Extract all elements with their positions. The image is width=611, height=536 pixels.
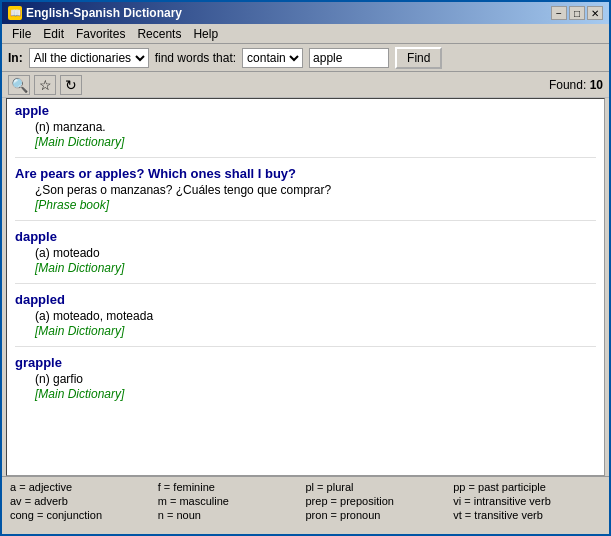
status-col-3: pl = plural prep = preposition pron = pr… <box>306 481 454 530</box>
found-label: Found: 10 <box>549 78 603 92</box>
find-button[interactable]: Find <box>395 47 442 69</box>
entry-word-grapple[interactable]: grapple <box>15 355 596 370</box>
entry-source-phrase: [Phrase book] <box>35 198 596 212</box>
result-entry-dappled: dappled (a) moteado, moteada [Main Dicti… <box>15 292 596 347</box>
status-line-prep: prep = preposition <box>306 495 454 507</box>
entry-def-grapple: (n) garfio <box>35 372 596 386</box>
menu-bar: File Edit Favorites Recents Help <box>2 24 609 44</box>
minimize-button[interactable]: − <box>551 6 567 20</box>
status-line-fem: f = feminine <box>158 481 306 493</box>
maximize-button[interactable]: □ <box>569 6 585 20</box>
menu-recents[interactable]: Recents <box>131 26 187 41</box>
result-entry-phrase: Are pears or apples? Which ones shall I … <box>15 166 596 221</box>
search-toolbar: In: All the dictionaries find words that… <box>2 44 609 72</box>
icon-bar: 🔍 ☆ ↻ Found: 10 <box>2 72 609 98</box>
status-line-masc: m = masculine <box>158 495 306 507</box>
result-entry-apple: apple (n) manzana. [Main Dictionary] <box>15 103 596 158</box>
entry-source-apple: [Main Dictionary] <box>35 135 596 149</box>
status-line-vt: vt = transitive verb <box>453 509 601 521</box>
status-line-vi: vi = intransitive verb <box>453 495 601 507</box>
close-button[interactable]: ✕ <box>587 6 603 20</box>
refresh-icon-button[interactable]: ↻ <box>60 75 82 95</box>
search-input[interactable] <box>309 48 389 68</box>
search-icon-button[interactable]: 🔍 <box>8 75 30 95</box>
menu-help[interactable]: Help <box>187 26 224 41</box>
results-list[interactable]: apple (n) manzana. [Main Dictionary] Are… <box>6 98 605 476</box>
dictionary-select[interactable]: All the dictionaries <box>29 48 149 68</box>
status-col-4: pp = past participle vi = intransitive v… <box>453 481 601 530</box>
entry-word-apple[interactable]: apple <box>15 103 596 118</box>
entry-def-phrase: ¿Son peras o manzanas? ¿Cuáles tengo que… <box>35 183 596 197</box>
find-words-select[interactable]: contain <box>242 48 303 68</box>
find-words-label: find words that: <box>155 51 236 65</box>
window-title: English-Spanish Dictionary <box>26 6 182 20</box>
menu-edit[interactable]: Edit <box>37 26 70 41</box>
status-line-noun: n = noun <box>158 509 306 521</box>
app-icon: 📖 <box>8 6 22 20</box>
title-bar: 📖 English-Spanish Dictionary − □ ✕ <box>2 2 609 24</box>
menu-favorites[interactable]: Favorites <box>70 26 131 41</box>
main-window: 📖 English-Spanish Dictionary − □ ✕ File … <box>0 0 611 536</box>
status-bar: a = adjective av = adverb cong = conjunc… <box>2 476 609 534</box>
entry-def-dappled: (a) moteado, moteada <box>35 309 596 323</box>
status-line-pron: pron = pronoun <box>306 509 454 521</box>
entry-word-dapple[interactable]: dapple <box>15 229 596 244</box>
entry-word-dappled[interactable]: dappled <box>15 292 596 307</box>
status-line-adj: a = adjective <box>10 481 158 493</box>
found-count: 10 <box>590 78 603 92</box>
result-entry-dapple: dapple (a) moteado [Main Dictionary] <box>15 229 596 284</box>
status-col-2: f = feminine m = masculine n = noun <box>158 481 306 530</box>
entry-source-dapple: [Main Dictionary] <box>35 261 596 275</box>
status-line-plural: pl = plural <box>306 481 454 493</box>
menu-file[interactable]: File <box>6 26 37 41</box>
entry-source-grapple: [Main Dictionary] <box>35 387 596 401</box>
entry-def-dapple: (a) moteado <box>35 246 596 260</box>
entry-word-phrase[interactable]: Are pears or apples? Which ones shall I … <box>15 166 596 181</box>
title-bar-left: 📖 English-Spanish Dictionary <box>8 6 182 20</box>
status-line-adv: av = adverb <box>10 495 158 507</box>
entry-def-apple: (n) manzana. <box>35 120 596 134</box>
status-line-conj: cong = conjunction <box>10 509 158 521</box>
in-label: In: <box>8 51 23 65</box>
window-controls[interactable]: − □ ✕ <box>551 6 603 20</box>
favorites-icon-button[interactable]: ☆ <box>34 75 56 95</box>
entry-source-dappled: [Main Dictionary] <box>35 324 596 338</box>
status-line-pp: pp = past participle <box>453 481 601 493</box>
result-entry-grapple: grapple (n) garfio [Main Dictionary] <box>15 355 596 409</box>
status-col-1: a = adjective av = adverb cong = conjunc… <box>10 481 158 530</box>
